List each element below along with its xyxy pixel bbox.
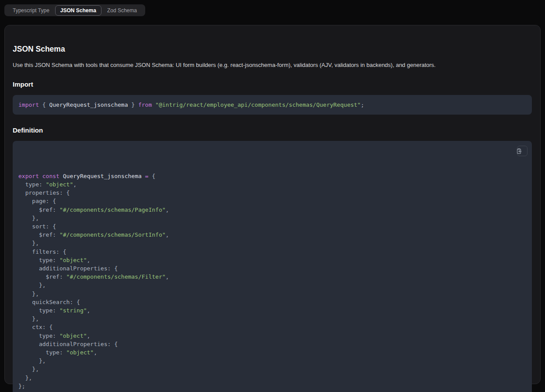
code-line: type: "string", [18,306,526,315]
page-title: JSON Schema [13,45,532,54]
code-line: additionalProperties: { [18,264,526,273]
code-line: }, [18,281,526,289]
import-code-block: import { QueryRequest_jsonschema } from … [13,95,532,115]
code-line: additionalProperties: { [18,340,526,348]
tab-json-schema[interactable]: JSON Schema [55,5,101,16]
tab-zod-schema[interactable]: Zod Schema [103,5,141,16]
code-line: export const QueryRequest_jsonschema = { [18,172,526,180]
code-line: type: "object", [18,348,526,357]
definition-heading: Definition [13,126,532,134]
code-line: }, [18,357,526,365]
schema-card: JSON Schema Use this JSON Schema with to… [4,25,541,384]
code-line: filters: { [18,248,526,256]
code-line: quickSearch: { [18,298,526,306]
code-line: import { QueryRequest_jsonschema } from … [18,101,526,109]
code-line: type: "object", [18,180,526,189]
copy-button[interactable] [517,146,528,156]
import-heading: Import [13,80,532,88]
code-line: }, [18,239,526,247]
schema-description: Use this JSON Schema with tools that con… [13,61,532,69]
clipboard-copy-icon [516,141,529,168]
code-line: }, [18,315,526,323]
code-line: ctx: { [18,323,526,331]
code-line: }, [18,290,526,298]
code-line: }, [18,365,526,373]
code-line: page: { [18,197,526,205]
code-line: properties: { [18,189,526,197]
schema-type-tabs: Typescript Type JSON Schema Zod Schema [4,4,145,16]
code-line: type: "object", [18,332,526,340]
definition-code-block: export const QueryRequest_jsonschema = {… [13,141,532,392]
code-line: }, [18,214,526,222]
definition-code: export const QueryRequest_jsonschema = {… [18,172,526,390]
code-line: sort: { [18,222,526,231]
code-line: $ref: "#/components/schemas/PageInfo", [18,206,526,214]
code-line: }; [18,382,526,390]
code-line: type: "object", [18,256,526,264]
code-line: }, [18,374,526,382]
code-line: $ref: "#/components/schemas/SortInfo", [18,231,526,239]
tab-typescript-type[interactable]: Typescript Type [8,5,54,16]
code-line: $ref: "#/components/schemas/Filter", [18,273,526,281]
